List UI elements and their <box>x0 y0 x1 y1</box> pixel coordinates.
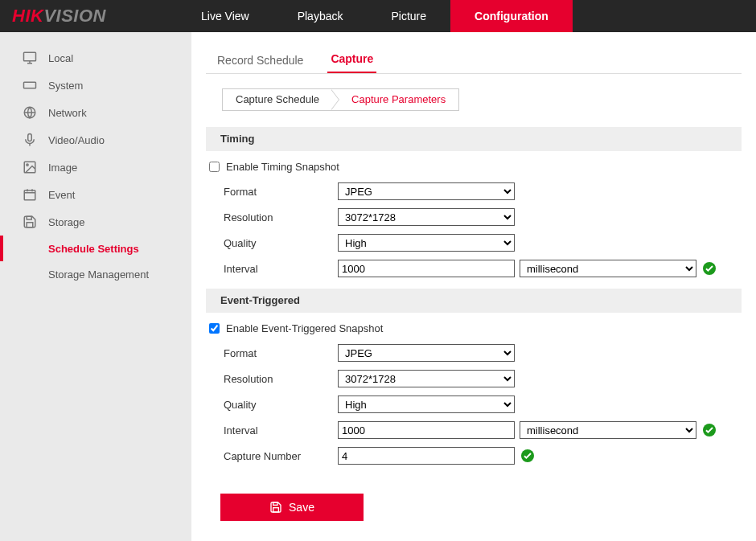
sidebar-item-video-audio[interactable]: Video/Audio <box>0 126 191 154</box>
svg-rect-21 <box>273 502 277 505</box>
event-resolution-select[interactable]: 3072*1728 <box>338 370 515 387</box>
save-icon <box>23 215 37 229</box>
event-interval-input[interactable] <box>338 421 515 439</box>
timing-interval-unit-select[interactable]: millisecond <box>520 260 696 277</box>
sidebar-item-network[interactable]: Network <box>0 99 191 126</box>
enable-timing-snapshot-checkbox[interactable] <box>209 162 220 172</box>
event-resolution-label: Resolution <box>224 373 338 385</box>
sidebar-label: Storage Management <box>48 268 149 281</box>
svg-point-10 <box>27 164 28 166</box>
tab-capture[interactable]: Capture <box>327 44 376 73</box>
save-icon <box>269 501 282 514</box>
timing-format-label: Format <box>224 186 338 198</box>
sidebar-label: Network <box>48 107 87 119</box>
timing-quality-label: Quality <box>224 237 338 249</box>
event-format-label: Format <box>224 347 338 359</box>
section-header-timing: Timing <box>206 127 742 151</box>
primary-tabs: Record Schedule Capture <box>206 40 742 74</box>
timing-interval-label: Interval <box>224 263 338 275</box>
save-button[interactable]: Save <box>220 494 364 521</box>
svg-rect-3 <box>24 82 36 88</box>
logo-vision: VISION <box>43 6 106 26</box>
sidebar-item-event[interactable]: Event <box>0 181 191 208</box>
sidebar-label: Storage <box>48 216 85 228</box>
mic-icon <box>23 133 37 147</box>
subtab-capture-schedule[interactable]: Capture Schedule <box>223 89 332 110</box>
monitor-icon <box>23 51 37 65</box>
svg-rect-7 <box>28 134 32 141</box>
sidebar-label: Schedule Settings <box>48 243 139 255</box>
system-icon <box>23 78 37 92</box>
globe-icon <box>23 105 37 120</box>
image-icon <box>23 160 37 174</box>
event-interval-label: Interval <box>224 424 338 436</box>
svg-rect-16 <box>27 216 31 219</box>
sidebar-label: System <box>48 80 83 92</box>
logo: HIKVISION <box>0 0 177 32</box>
nav-configuration[interactable]: Configuration <box>450 0 573 32</box>
sidebar-sub-storage-management[interactable]: Storage Management <box>0 261 191 287</box>
check-ok-icon <box>703 262 716 275</box>
timing-quality-select[interactable]: High <box>338 234 515 252</box>
enable-event-label: Enable Event-Triggered Snapshot <box>226 322 383 334</box>
sidebar: Local System Network Video/Audio Image E… <box>0 32 191 541</box>
event-quality-select[interactable]: High <box>338 396 515 413</box>
nav-picture[interactable]: Picture <box>367 0 450 32</box>
top-nav: Live View Playback Picture Configuration <box>177 0 573 32</box>
section-header-event: Event-Triggered <box>206 289 742 313</box>
svg-rect-11 <box>24 191 35 200</box>
top-bar: HIKVISION Live View Playback Picture Con… <box>0 0 756 32</box>
nav-playback[interactable]: Playback <box>273 0 368 32</box>
enable-timing-label: Enable Timing Snapshot <box>226 161 339 173</box>
nav-live-view[interactable]: Live View <box>177 0 273 32</box>
check-ok-icon <box>703 424 716 436</box>
timing-resolution-select[interactable]: 3072*1728 <box>338 208 515 226</box>
svg-rect-0 <box>24 52 36 61</box>
sidebar-item-system[interactable]: System <box>0 72 191 99</box>
svg-rect-20 <box>273 508 279 512</box>
logo-hik: HIK <box>12 6 43 26</box>
event-capnum-label: Capture Number <box>224 450 338 462</box>
sidebar-label: Video/Audio <box>48 134 105 146</box>
timing-format-select[interactable]: JPEG <box>338 182 515 200</box>
sidebar-label: Image <box>48 162 77 174</box>
sidebar-item-storage[interactable]: Storage <box>0 208 191 236</box>
check-ok-icon <box>521 449 534 462</box>
sidebar-sub-schedule-settings[interactable]: Schedule Settings <box>0 236 191 261</box>
save-button-label: Save <box>289 501 314 514</box>
event-interval-unit-select[interactable]: millisecond <box>520 421 696 439</box>
subtab-capture-parameters[interactable]: Capture Parameters <box>332 89 458 110</box>
timing-interval-input[interactable] <box>338 260 515 277</box>
sidebar-item-image[interactable]: Image <box>0 154 191 181</box>
event-format-select[interactable]: JPEG <box>338 344 515 362</box>
calendar-icon <box>23 187 37 202</box>
svg-rect-15 <box>27 223 33 227</box>
event-quality-label: Quality <box>224 399 338 411</box>
main-panel: Record Schedule Capture Capture Schedule… <box>191 32 756 541</box>
sidebar-label: Local <box>48 52 73 64</box>
timing-resolution-label: Resolution <box>224 211 338 223</box>
event-capnum-input[interactable] <box>338 447 515 465</box>
tab-record-schedule[interactable]: Record Schedule <box>214 46 306 73</box>
sidebar-label: Event <box>48 189 75 201</box>
enable-event-snapshot-checkbox[interactable] <box>209 323 220 334</box>
sub-tabs: Capture Schedule Capture Parameters <box>222 88 459 111</box>
sidebar-item-local[interactable]: Local <box>0 44 191 72</box>
